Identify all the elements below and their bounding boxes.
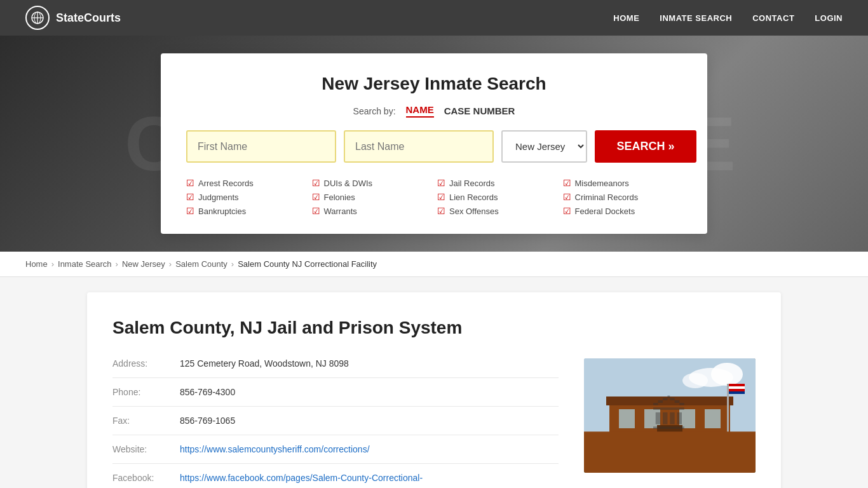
- check-duis-dwis: ☑ DUIs & DWIs: [312, 178, 431, 188]
- tab-name[interactable]: NAME: [406, 104, 434, 118]
- fax-label: Fax:: [112, 416, 170, 426]
- address-label: Address:: [112, 358, 170, 369]
- checkbox-icon: ☑: [563, 192, 571, 202]
- content-card: Salem County, NJ Jail and Prison System …: [87, 292, 781, 488]
- svg-rect-16: [727, 384, 729, 441]
- site-logo[interactable]: StateCourts: [25, 6, 121, 30]
- logo-icon: [25, 6, 50, 30]
- breadcrumb-salem-county[interactable]: Salem County: [175, 259, 227, 269]
- check-lien-records: ☑ Lien Records: [437, 192, 557, 202]
- checkbox-icon: ☑: [186, 192, 194, 202]
- checkbox-icon: ☑: [437, 206, 445, 216]
- checkboxes-grid: ☑ Arrest Records ☑ DUIs & DWIs ☑ Jail Re…: [186, 178, 682, 216]
- phone-label: Phone:: [112, 387, 170, 397]
- phone-value: 856-769-4300: [180, 387, 235, 397]
- check-label: Felonies: [324, 193, 355, 202]
- svg-rect-14: [606, 396, 733, 405]
- check-label: Federal Dockets: [575, 207, 635, 216]
- svg-rect-18: [729, 386, 745, 389]
- checkbox-icon: ☑: [312, 192, 320, 202]
- state-select[interactable]: New Jersey Alabama Alaska Arizona Califo…: [501, 130, 587, 163]
- main-nav: HOME INMATE SEARCH CONTACT LOGIN: [613, 13, 843, 23]
- checkbox-icon: ☑: [437, 178, 445, 188]
- check-federal-dockets: ☑ Federal Dockets: [563, 206, 682, 216]
- check-felonies: ☑ Felonies: [312, 192, 431, 202]
- search-button[interactable]: SEARCH »: [595, 130, 696, 163]
- breadcrumb-sep-4: ›: [231, 259, 234, 269]
- first-name-input[interactable]: [186, 130, 336, 163]
- svg-rect-12: [679, 409, 695, 428]
- breadcrumb-current: Salem County NJ Correctional Facility: [238, 259, 377, 269]
- check-jail-records: ☑ Jail Records: [437, 178, 557, 188]
- last-name-input[interactable]: [344, 130, 494, 163]
- svg-point-6: [711, 363, 743, 386]
- facility-title: Salem County, NJ Jail and Prison System: [112, 318, 756, 338]
- info-table: Address: 125 Cemetery Road, Woodstown, N…: [112, 358, 559, 488]
- address-value: 125 Cemetery Road, Woodstown, NJ 8098: [180, 358, 349, 369]
- svg-rect-19: [729, 391, 745, 394]
- checkbox-icon: ☑: [186, 178, 194, 188]
- search-card: New Jersey Inmate Search Search by: NAME…: [161, 53, 707, 234]
- nav-home[interactable]: HOME: [613, 13, 639, 23]
- info-layout: Address: 125 Cemetery Road, Woodstown, N…: [112, 358, 756, 488]
- website-link[interactable]: https://www.salemcountysheriff.com/corre…: [180, 444, 370, 454]
- check-label: Warrants: [324, 207, 357, 216]
- svg-rect-11: [644, 409, 660, 428]
- check-criminal-records: ☑ Criminal Records: [563, 192, 682, 202]
- website-label: Website:: [112, 444, 170, 454]
- breadcrumb-new-jersey[interactable]: New Jersey: [122, 259, 165, 269]
- search-inputs: New Jersey Alabama Alaska Arizona Califo…: [186, 130, 682, 163]
- breadcrumb-sep-2: ›: [116, 259, 118, 269]
- check-bankruptcies: ☑ Bankruptcies: [186, 206, 306, 216]
- main-content: Salem County, NJ Jail and Prison System …: [72, 292, 796, 488]
- check-judgments: ☑ Judgments: [186, 192, 306, 202]
- hero-section: COURTHOUSE New Jersey Inmate Search Sear…: [0, 36, 868, 252]
- nav-inmate-search[interactable]: INMATE SEARCH: [660, 13, 732, 23]
- check-label: Misdemeanors: [575, 179, 629, 188]
- website-row: Website: https://www.salemcountysheriff.…: [112, 435, 559, 464]
- svg-rect-13: [705, 409, 721, 428]
- breadcrumb-inmate-search[interactable]: Inmate Search: [58, 259, 112, 269]
- nav-login[interactable]: LOGIN: [815, 13, 843, 23]
- check-label: Judgments: [198, 193, 239, 202]
- checkbox-icon: ☑: [186, 206, 194, 216]
- breadcrumb-home[interactable]: Home: [25, 259, 48, 269]
- facebook-row: Facebook: https://www.facebook.com/pages…: [112, 464, 559, 488]
- site-name: StateCourts: [56, 11, 121, 25]
- phone-row: Phone: 856-769-4300: [112, 378, 559, 407]
- checkbox-icon: ☑: [563, 206, 571, 216]
- breadcrumb: Home › Inmate Search › New Jersey › Sale…: [0, 252, 868, 277]
- fax-value: 856-769-1065: [180, 416, 235, 426]
- site-header: StateCourts HOME INMATE SEARCH CONTACT L…: [0, 0, 868, 36]
- check-label: Sex Offenses: [449, 207, 499, 216]
- fax-row: Fax: 856-769-1065: [112, 407, 559, 435]
- facebook-link[interactable]: https://www.facebook.com/pages/Salem-Cou…: [180, 473, 423, 483]
- svg-rect-8: [584, 441, 756, 473]
- search-by-row: Search by: NAME CASE NUMBER: [186, 104, 682, 118]
- search-by-label: Search by:: [353, 106, 396, 116]
- check-sex-offenses: ☑ Sex Offenses: [437, 206, 557, 216]
- checkbox-icon: ☑: [312, 178, 320, 188]
- breadcrumb-sep-1: ›: [51, 259, 54, 269]
- svg-rect-15: [657, 425, 682, 444]
- svg-rect-10: [619, 409, 635, 428]
- checkbox-icon: ☑: [312, 206, 320, 216]
- check-label: Arrest Records: [198, 179, 254, 188]
- check-label: Lien Records: [449, 193, 498, 202]
- svg-point-7: [682, 373, 708, 388]
- search-card-title: New Jersey Inmate Search: [186, 74, 682, 94]
- facebook-label: Facebook:: [112, 473, 170, 483]
- check-warrants: ☑ Warrants: [312, 206, 431, 216]
- check-misdemeanors: ☑ Misdemeanors: [563, 178, 682, 188]
- tab-case-number[interactable]: CASE NUMBER: [444, 105, 515, 116]
- check-label: Criminal Records: [575, 193, 639, 202]
- facility-image: [584, 358, 756, 473]
- check-label: Jail Records: [449, 179, 495, 188]
- nav-contact[interactable]: CONTACT: [752, 13, 794, 23]
- address-row: Address: 125 Cemetery Road, Woodstown, N…: [112, 358, 559, 378]
- breadcrumb-sep-3: ›: [169, 259, 172, 269]
- check-label: Bankruptcies: [198, 207, 246, 216]
- check-arrest-records: ☑ Arrest Records: [186, 178, 306, 188]
- checkbox-icon: ☑: [563, 178, 571, 188]
- checkbox-icon: ☑: [437, 192, 445, 202]
